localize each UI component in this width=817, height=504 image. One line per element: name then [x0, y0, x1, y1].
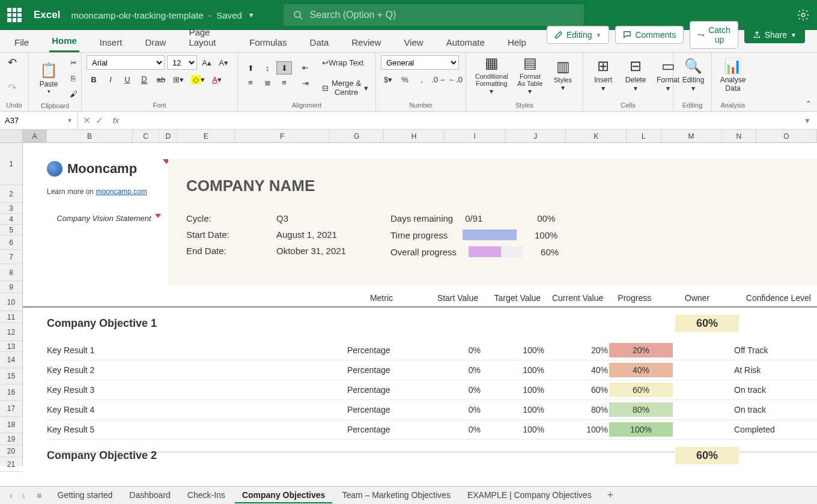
- align-middle-button[interactable]: ↕: [260, 61, 275, 74]
- menu-help[interactable]: Help: [505, 32, 529, 52]
- menu-file[interactable]: File: [12, 32, 31, 52]
- fx-label[interactable]: fx: [108, 116, 119, 125]
- col-header-O[interactable]: O: [756, 130, 817, 143]
- row-header-13[interactable]: 13: [0, 341, 22, 352]
- font-color-button[interactable]: A▾: [210, 72, 224, 87]
- menu-data[interactable]: Data: [308, 32, 332, 52]
- col-header-G[interactable]: G: [330, 130, 384, 143]
- currency-button[interactable]: $▾: [381, 72, 395, 87]
- row-header-9[interactable]: 9: [0, 281, 22, 293]
- col-header-I[interactable]: I: [445, 130, 505, 143]
- col-header-F[interactable]: F: [235, 130, 330, 143]
- row-header-7[interactable]: 7: [0, 250, 22, 264]
- analyse-data-button[interactable]: 📊Analyse Data: [717, 55, 749, 95]
- row-header-15[interactable]: 15: [0, 368, 22, 384]
- sheet-tab-dashboard[interactable]: Dashboard: [122, 488, 178, 503]
- formula-input[interactable]: [119, 116, 804, 125]
- menu-review[interactable]: Review: [349, 32, 383, 52]
- insert-cells-button[interactable]: ⊞Insert▾: [588, 55, 618, 95]
- cell-styles-button[interactable]: ▥Styles▾: [548, 55, 578, 95]
- decrease-indent-button[interactable]: ⇤: [298, 60, 312, 74]
- borders-button[interactable]: ⊞▾: [171, 72, 186, 87]
- decrease-font-button[interactable]: A▾: [216, 55, 231, 70]
- col-header-J[interactable]: J: [505, 130, 566, 143]
- align-right-button[interactable]: ≡: [276, 76, 292, 89]
- gear-icon[interactable]: [797, 8, 810, 22]
- menu-home[interactable]: Home: [49, 31, 79, 52]
- align-top-button[interactable]: ⬆: [243, 61, 258, 74]
- sheet-tab-example-company-objectives[interactable]: EXAMPLE | Company Objectives: [460, 488, 599, 503]
- paste-button[interactable]: 📋Paste▾: [34, 58, 64, 98]
- next-sheet-icon[interactable]: ›: [19, 491, 29, 500]
- col-header-D[interactable]: D: [159, 130, 178, 143]
- menu-draw[interactable]: Draw: [142, 32, 168, 52]
- number-format-select[interactable]: General: [381, 55, 459, 70]
- col-header-C[interactable]: C: [133, 130, 159, 143]
- sheet-tab-check-ins[interactable]: Check-Ins: [180, 488, 232, 503]
- increase-indent-button[interactable]: ⇥: [298, 76, 312, 90]
- menu-insert[interactable]: Insert: [97, 32, 125, 52]
- app-launcher-icon[interactable]: [7, 8, 22, 22]
- increase-decimal-button[interactable]: .0→: [431, 72, 446, 87]
- row-header-18[interactable]: 18: [0, 417, 22, 433]
- col-header-K[interactable]: K: [566, 130, 627, 143]
- row-header-10[interactable]: 10: [0, 293, 22, 311]
- font-size-select[interactable]: 12: [167, 55, 197, 70]
- wrap-text-button[interactable]: ↩ Wrap Text: [320, 55, 366, 70]
- comments-button[interactable]: Comments: [615, 26, 684, 44]
- align-left-button[interactable]: ≡: [243, 76, 258, 89]
- row-header-11[interactable]: 11: [0, 311, 22, 323]
- font-family-select[interactable]: Arial: [87, 55, 165, 70]
- comment-indicator-icon[interactable]: [155, 214, 161, 218]
- spreadsheet-grid[interactable]: 123456789101112131415161718192021 ABCDEF…: [0, 130, 817, 466]
- fill-color-button[interactable]: ◇▾: [189, 72, 207, 87]
- cut-button[interactable]: ✂: [66, 55, 80, 70]
- col-header-B[interactable]: B: [47, 130, 133, 143]
- decrease-decimal-button[interactable]: ←.0: [448, 72, 463, 87]
- menu-page-layout[interactable]: Page Layout: [186, 22, 229, 52]
- format-as-table-button[interactable]: ▤Format As Table▾: [515, 55, 545, 95]
- menu-formulas[interactable]: Formulas: [247, 32, 290, 52]
- share-button[interactable]: Share ▼: [744, 26, 805, 43]
- menu-automate[interactable]: Automate: [444, 32, 487, 52]
- delete-cells-button[interactable]: ⊟Delete▾: [621, 55, 651, 95]
- row-header-6[interactable]: 6: [0, 235, 22, 250]
- align-center-button[interactable]: ≣: [260, 76, 275, 89]
- sheet-tab-company-objectives[interactable]: Company Objectives: [235, 488, 333, 503]
- select-all-corner[interactable]: [0, 130, 22, 143]
- row-header-16[interactable]: 16: [0, 384, 22, 401]
- enter-formula-icon[interactable]: ✓: [96, 115, 103, 126]
- increase-font-button[interactable]: A▴: [199, 55, 214, 70]
- sheet-tab-getting-started[interactable]: Getting started: [50, 488, 120, 503]
- strikethrough-button[interactable]: ab: [154, 72, 168, 87]
- search-input[interactable]: Search (Option + Q): [284, 4, 584, 26]
- row-header-8[interactable]: 8: [0, 264, 22, 281]
- row-header-14[interactable]: 14: [0, 352, 22, 368]
- col-header-A[interactable]: A: [23, 130, 47, 143]
- row-header-1[interactable]: 1: [0, 143, 22, 185]
- chevron-down-icon[interactable]: ▼: [67, 117, 73, 124]
- document-name[interactable]: mooncamp-okr-tracking-template - Saved: [71, 10, 241, 20]
- chevron-down-icon[interactable]: ▼: [248, 11, 255, 19]
- format-painter-button[interactable]: 🖌: [66, 87, 80, 101]
- row-header-19[interactable]: 19: [0, 433, 22, 445]
- merge-button[interactable]: ⊟ Merge & Centre ▾: [320, 80, 371, 95]
- editing-group-button[interactable]: 🔍Editing▾: [678, 55, 708, 95]
- conditional-formatting-button[interactable]: ▦Conditional Formatting▾: [471, 55, 512, 95]
- row-header-12[interactable]: 12: [0, 323, 22, 341]
- col-header-H[interactable]: H: [384, 130, 445, 143]
- redo-button[interactable]: ↷: [5, 80, 19, 95]
- underline-button[interactable]: U: [120, 72, 135, 87]
- catchup-button[interactable]: ⤳Catch up: [690, 21, 738, 49]
- undo-button[interactable]: ↶: [5, 55, 19, 70]
- cancel-formula-icon[interactable]: ✕: [83, 115, 91, 126]
- copy-button[interactable]: ⎘: [66, 71, 80, 85]
- align-bottom-button[interactable]: ⬇: [276, 61, 292, 74]
- row-header-17[interactable]: 17: [0, 401, 22, 417]
- comma-button[interactable]: ,: [415, 72, 429, 87]
- name-box[interactable]: A37▼: [0, 112, 78, 129]
- row-header-3[interactable]: 3: [0, 203, 22, 214]
- prev-sheet-icon[interactable]: ‹: [6, 491, 16, 500]
- menu-view[interactable]: View: [401, 32, 425, 52]
- col-header-M[interactable]: M: [661, 130, 722, 143]
